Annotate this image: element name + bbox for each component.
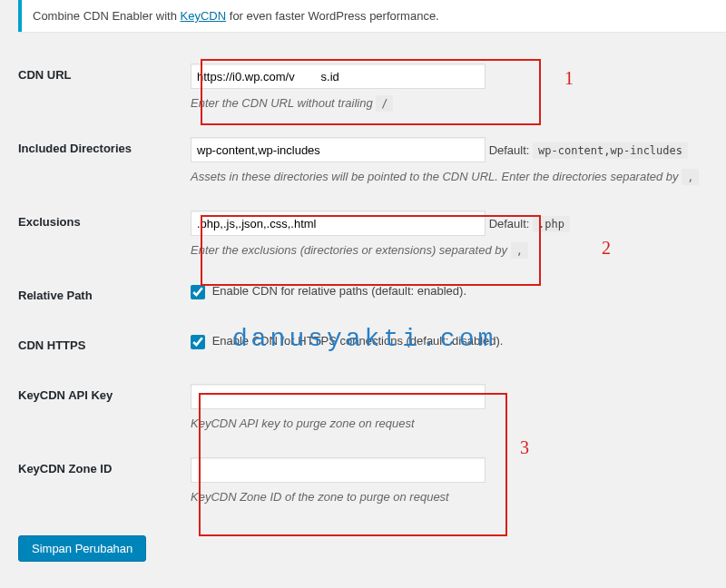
code-comma-excl: , [511, 242, 528, 259]
settings-table: CDN URL Enter the CDN URL without traili… [0, 50, 726, 517]
cdn-https-checkbox[interactable] [191, 335, 205, 349]
relative-path-label: Relative Path [0, 270, 182, 320]
relative-path-checkbox-label: Enable CDN for relative paths (default: … [212, 284, 466, 298]
cdn-url-label: CDN URL [0, 50, 182, 123]
exclusions-label: Exclusions [0, 197, 182, 270]
notice-text-prefix: Combine CDN Enabler with [33, 9, 181, 23]
default-label: Default: [489, 143, 533, 157]
api-key-label: KeyCDN API Key [0, 370, 182, 444]
api-key-input[interactable] [191, 384, 486, 409]
code-slash: / [376, 95, 393, 112]
code-comma: , [682, 169, 699, 185]
notice-text-suffix: for even faster WordPress performance. [226, 9, 439, 23]
default-label-excl: Default: [489, 217, 533, 230]
save-button[interactable]: Simpan Perubahan [18, 535, 146, 562]
relative-path-checkbox[interactable] [191, 285, 205, 299]
notice-link-keycdn[interactable]: KeyCDN [181, 9, 227, 23]
cdn-https-checkbox-label: Enable CDN for HTTPS connections (defaul… [212, 334, 504, 348]
default-excl-code: .php [533, 216, 570, 232]
included-dirs-input[interactable] [191, 137, 486, 162]
cdn-https-row[interactable]: Enable CDN for HTTPS connections (defaul… [191, 334, 503, 348]
notice-banner: Combine CDN Enabler with KeyCDN for even… [18, 0, 726, 32]
zone-id-input[interactable] [191, 457, 486, 483]
relative-path-row[interactable]: Enable CDN for relative paths (default: … [191, 284, 466, 298]
cdn-url-desc: Enter the CDN URL without trailing / [191, 96, 717, 110]
cdn-https-label: CDN HTTPS [0, 320, 182, 370]
default-includes-code: wp-content,wp-includes [533, 142, 688, 159]
included-dirs-desc: Assets in these directories will be poin… [191, 170, 717, 183]
included-dirs-label: Included Directories [0, 123, 182, 197]
zone-id-desc: KeyCDN Zone ID of the zone to purge on r… [191, 490, 717, 504]
zone-id-label: KeyCDN Zone ID [0, 444, 182, 517]
cdn-url-input[interactable] [191, 64, 486, 89]
exclusions-desc: Enter the exclusions (directories or ext… [191, 243, 717, 257]
api-key-desc: KeyCDN API key to purge zone on request [191, 416, 717, 430]
exclusions-input[interactable] [191, 211, 486, 236]
